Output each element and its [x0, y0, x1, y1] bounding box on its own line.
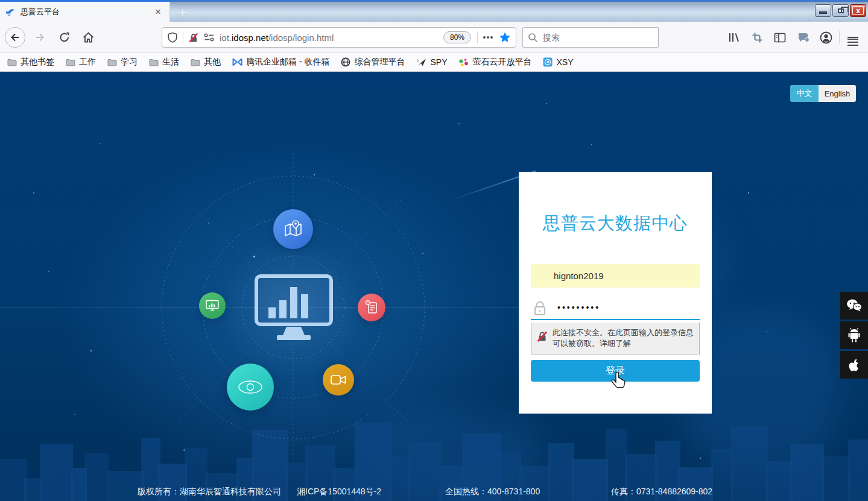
lang-english-button[interactable]: English: [819, 85, 856, 102]
android-link[interactable]: [840, 321, 868, 349]
sidebars-button[interactable]: [768, 27, 791, 48]
close-window-button[interactable]: x: [850, 4, 866, 17]
new-tab-button[interactable]: +: [174, 4, 192, 21]
home-icon: [82, 31, 95, 43]
language-toggle: 中文 English: [790, 85, 856, 102]
url-domain: idosp.net: [232, 33, 268, 43]
url-path: /idosp/login.html: [268, 33, 334, 43]
monitor-node: [199, 292, 226, 319]
home-button[interactable]: [77, 27, 99, 48]
account-icon: [820, 31, 832, 44]
learn-more-link[interactable]: 详细了解: [600, 339, 631, 348]
sidebar-icon: [774, 33, 786, 43]
globe-icon: [341, 57, 350, 67]
big-data-monitor-icon: [254, 274, 334, 342]
folder-icon: [107, 58, 117, 66]
urlbar-separator-2: [477, 31, 478, 43]
mouse-cursor: [609, 372, 627, 392]
wechat-link[interactable]: [840, 292, 868, 320]
screenshot-button[interactable]: [746, 27, 768, 48]
site-favicon: [5, 7, 16, 17]
bookmark-folder-work[interactable]: 工作: [66, 57, 96, 68]
close-window-icon: x: [852, 6, 864, 15]
login-page: 中文 English 思普云大数据中心 •••••••••: [0, 72, 868, 501]
apple-icon: [847, 356, 861, 373]
urlbar-separator: [183, 31, 183, 43]
bookmark-folder-misc[interactable]: 其他: [191, 57, 221, 68]
bookmark-label: 综合管理平台: [354, 57, 405, 68]
insecure-lock-icon[interactable]: [188, 33, 199, 43]
warning-text: 此连接不安全。在此页面输入的登录信息可以被窃取。详细了解: [553, 327, 694, 349]
back-icon: [5, 27, 25, 48]
bookmark-ezviz[interactable]: 萤石云开放平台: [458, 57, 531, 68]
footer-hotline: 全国热线：400-8731-800: [445, 487, 540, 497]
folder-icon: [7, 58, 17, 66]
lock-icon: [532, 300, 548, 317]
footer-copyright: 版权所有：湖南华辰智通科技有限公司湘ICP备15001448号-2: [138, 487, 381, 497]
login-card: 思普云大数据中心 ••••••••• 此连接不安全。在此页面输入的登录信息可以被…: [519, 172, 712, 414]
url-text[interactable]: iot.idosp.net/idosp/login.html: [220, 33, 442, 43]
reload-icon: [59, 31, 71, 43]
app-download-links: [840, 292, 868, 380]
restore-icon: [838, 8, 844, 13]
search-icon: [528, 33, 538, 43]
library-button[interactable]: [723, 27, 746, 48]
bookmark-folder-study[interactable]: 学习: [107, 57, 138, 68]
bookmark-spy[interactable]: SPY: [416, 57, 447, 67]
insecure-warning-popup: 此连接不安全。在此页面输入的登录信息可以被窃取。详细了解: [531, 323, 700, 354]
menu-button[interactable]: [841, 27, 864, 48]
restore-button[interactable]: [832, 4, 849, 17]
lang-chinese-button[interactable]: 中文: [790, 85, 819, 102]
permissions-icon[interactable]: [203, 33, 215, 42]
search-input[interactable]: [543, 33, 639, 42]
page-actions-icon[interactable]: [483, 36, 493, 39]
bookmark-folder-life[interactable]: 生活: [149, 57, 179, 68]
bookmark-label: XSY: [556, 57, 573, 67]
video-camera-icon: [330, 374, 347, 386]
search-bar[interactable]: [522, 27, 659, 48]
map-pin-icon: [283, 219, 303, 239]
insecure-lock-warning-icon: [536, 330, 548, 342]
bookmark-label: 腾讯企业邮箱 - 收件箱: [246, 57, 329, 68]
reload-button[interactable]: [54, 27, 75, 48]
dart-icon: [416, 58, 426, 67]
url-bar[interactable]: iot.idosp.net/idosp/login.html 80%: [162, 27, 516, 48]
tab-active[interactable]: 思普云平台 ×: [0, 2, 170, 22]
bookmarks-bar: 其他书签 工作 学习 生活 其他 腾讯企业邮箱 - 收件箱: [0, 53, 868, 72]
android-icon: [847, 327, 861, 344]
nav-toolbar: iot.idosp.net/idosp/login.html 80%: [0, 22, 868, 53]
apple-link[interactable]: [840, 351, 868, 379]
shield-icon[interactable]: [167, 32, 178, 43]
wechat-icon: [846, 298, 863, 313]
monitoring-node: [227, 364, 274, 411]
forward-button[interactable]: [29, 27, 51, 48]
tab-title: 思普云平台: [21, 7, 151, 17]
password-field[interactable]: •••••••••: [531, 298, 700, 320]
bookmark-label: 生活: [162, 57, 179, 68]
bookmark-label: SPY: [430, 57, 447, 67]
folder-icon: [66, 58, 75, 66]
bookmark-xsy[interactable]: XSY: [543, 57, 573, 67]
copyright-text: 版权所有：湖南华辰智通科技有限公司: [138, 487, 281, 496]
mini-monitor-icon: [205, 299, 220, 312]
video-node: [323, 364, 354, 395]
bookmark-star-icon[interactable]: [499, 31, 511, 43]
zoom-level-badge[interactable]: 80%: [443, 31, 471, 43]
ezviz-icon: [458, 58, 469, 67]
crop-icon: [752, 32, 763, 43]
minimize-button[interactable]: [815, 4, 831, 17]
bookmark-exmail[interactable]: 腾讯企业邮箱 - 收件箱: [232, 57, 329, 68]
tab-accent-line: [0, 0, 169, 2]
bookmark-management-platform[interactable]: 综合管理平台: [341, 57, 405, 68]
eye-icon: [237, 379, 264, 395]
account-button[interactable]: [814, 27, 837, 48]
bookmark-folder-other-bookmarks[interactable]: 其他书签: [7, 57, 54, 68]
document-icon: [364, 300, 379, 315]
minimize-icon: [819, 11, 827, 14]
chat-extension-button[interactable]: [791, 27, 814, 48]
toolbar-separator: [839, 31, 840, 44]
tab-close-icon[interactable]: ×: [151, 5, 165, 19]
library-icon: [728, 32, 740, 43]
username-input[interactable]: [531, 264, 700, 288]
back-button[interactable]: [4, 27, 26, 48]
